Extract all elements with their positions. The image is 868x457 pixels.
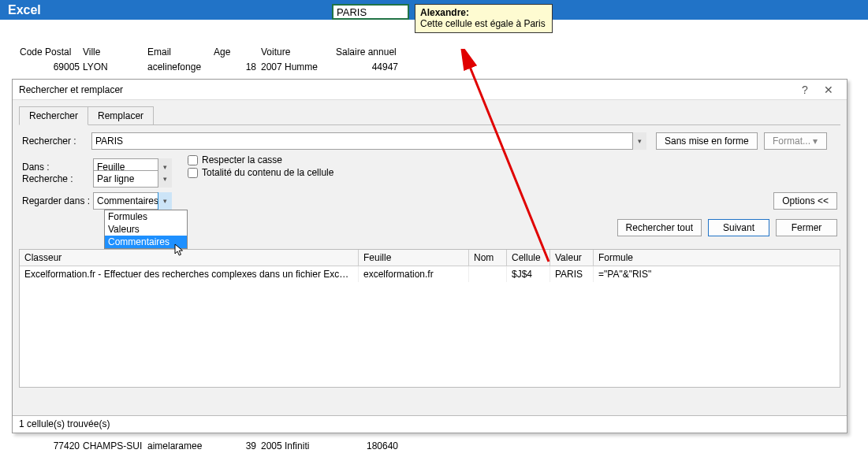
close-icon[interactable]: ✕ [817, 84, 840, 96]
in-label: Dans : [22, 162, 93, 173]
close-button[interactable]: Fermer [776, 219, 837, 236]
cell-email[interactable]: aimelaramee [147, 440, 214, 452]
search-input[interactable] [91, 132, 646, 150]
lookin-select[interactable] [93, 192, 172, 210]
dropdown-item-selected[interactable]: Commentaires [105, 236, 187, 248]
whole-checkbox[interactable]: Totalité du contenu de la cellule [188, 167, 333, 178]
chevron-down-icon: ▾ [813, 136, 818, 147]
search-label: Rechercher : [22, 136, 91, 147]
cell-voiture[interactable]: 2005 Infiniti [261, 440, 336, 452]
col-valeur[interactable]: Valeur [550, 250, 594, 266]
comment-author: Alexandre: [420, 7, 469, 18]
case-checkbox[interactable]: Respecter la casse [188, 154, 333, 165]
sheet-row[interactable]: 77420 CHAMPS-SUI aimelaramee 39 2005 Inf… [20, 440, 403, 452]
cell-sal[interactable]: 44947 [336, 61, 403, 73]
dropdown-item[interactable]: Valeurs [105, 223, 187, 236]
results-grid[interactable]: Classeur Feuille Nom Cellule Valeur Form… [19, 249, 840, 388]
grid-header[interactable]: Classeur Feuille Nom Cellule Valeur Form… [20, 250, 840, 266]
collapse-options-button[interactable]: Options << [773, 192, 837, 210]
cell-classeur: Excelformation.fr - Effectuer des recher… [20, 266, 359, 282]
cell-valeur: PARIS [550, 266, 594, 282]
cell-formule: ="PA"&"RIS" [594, 266, 840, 282]
cell-age[interactable]: 18 [214, 61, 261, 73]
dialog-title: Rechercher et remplacer [19, 84, 793, 95]
col-classeur[interactable]: Classeur [20, 250, 359, 266]
by-select[interactable] [93, 170, 172, 188]
sheet-row[interactable]: 69005 LYON acelinefonge 18 2007 Humme 44… [20, 61, 403, 73]
dialog-titlebar[interactable]: Rechercher et remplacer ? ✕ [13, 80, 847, 100]
format-button-label: Format... [773, 136, 810, 147]
lookin-dropdown[interactable]: Formules Valeurs Commentaires [104, 210, 188, 249]
cell-feuille: excelformation.fr [359, 266, 469, 282]
col-header[interactable]: Age [214, 46, 261, 58]
lookin-label: Regarder dans : [22, 195, 93, 206]
cell-ville[interactable]: LYON [83, 61, 147, 73]
find-all-button[interactable]: Rechercher tout [617, 219, 702, 236]
col-header[interactable]: Ville [83, 46, 147, 58]
cell-cellule: $J$4 [507, 266, 550, 282]
dropdown-item[interactable]: Formules [105, 210, 187, 223]
col-header[interactable]: Code Postal [20, 46, 83, 58]
col-header[interactable]: Voiture [261, 46, 336, 58]
find-replace-dialog: Rechercher et remplacer ? ✕ Rechercher R… [12, 79, 848, 433]
col-cellule[interactable]: Cellule [507, 250, 550, 266]
col-feuille[interactable]: Feuille [359, 250, 469, 266]
cell-cp[interactable]: 77420 [20, 440, 83, 452]
cell-email[interactable]: acelinefonge [147, 61, 214, 73]
col-header[interactable]: Email [147, 46, 214, 58]
dialog-tabs: Rechercher Remplacer [13, 100, 847, 125]
comment-text: Cette cellule est égale à Paris [420, 18, 546, 29]
tab-replace[interactable]: Remplacer [88, 106, 154, 125]
col-nom[interactable]: Nom [469, 250, 507, 266]
result-row[interactable]: Excelformation.fr - Effectuer des recher… [20, 266, 840, 282]
sheet-header-row: Code Postal Ville Email Age Voiture Sala… [20, 46, 403, 58]
active-cell[interactable]: PARIS [332, 4, 409, 20]
cell-and-comment: PARIS Alexandre: Cette cellule est égale… [332, 4, 547, 33]
cell-comment: Alexandre: Cette cellule est égale à Par… [415, 4, 553, 33]
col-formule[interactable]: Formule [594, 250, 840, 266]
cell-ville[interactable]: CHAMPS-SUI [83, 440, 147, 452]
col-header[interactable]: Salaire annuel [336, 46, 403, 58]
cell-cp[interactable]: 69005 [20, 61, 83, 73]
find-next-button[interactable]: Suivant [708, 219, 769, 236]
help-button[interactable]: ? [793, 84, 817, 96]
cell-age[interactable]: 39 [214, 440, 261, 452]
cell-sal[interactable]: 180640 [336, 440, 403, 452]
by-label: Recherche : [22, 173, 93, 184]
format-button[interactable]: Format... ▾ [764, 132, 827, 150]
dialog-statusbar: 1 cellule(s) trouvée(s) [13, 415, 847, 433]
cell-voiture[interactable]: 2007 Humme [261, 61, 336, 73]
tab-search[interactable]: Rechercher [19, 106, 88, 125]
cell-nom [469, 266, 507, 282]
no-format-button[interactable]: Sans mise en forme [656, 132, 758, 150]
